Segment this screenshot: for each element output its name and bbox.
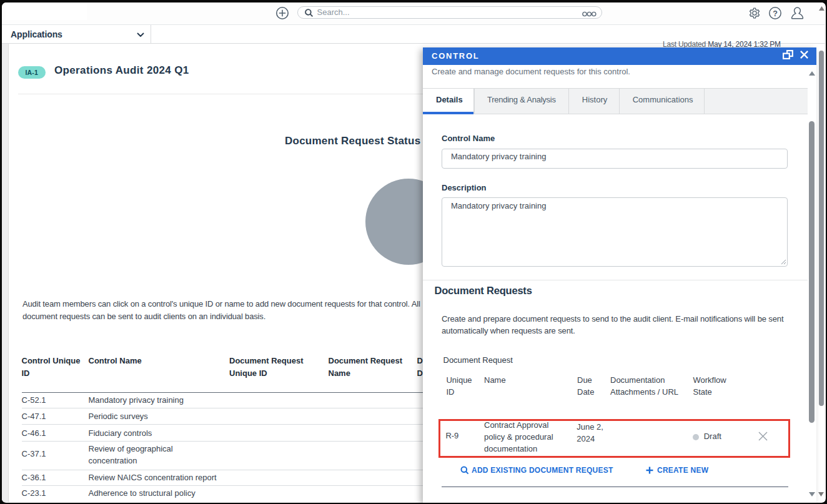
- svg-text:?: ?: [773, 9, 778, 18]
